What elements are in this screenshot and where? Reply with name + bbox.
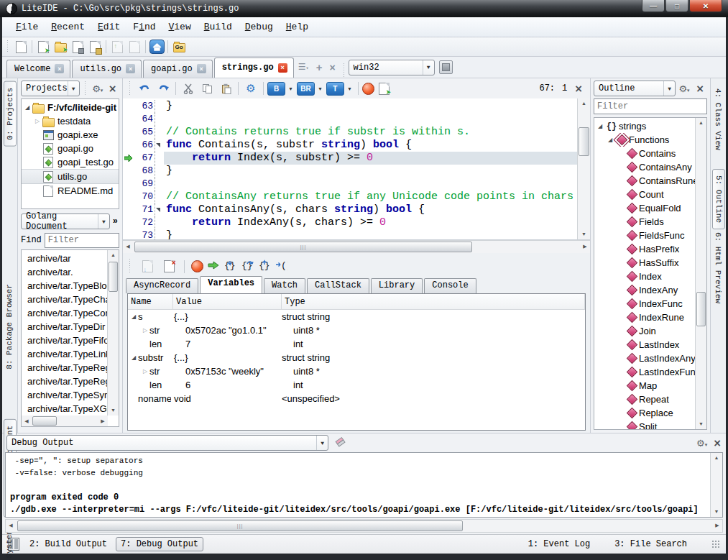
tree-expander-icon[interactable]: ◢ [596, 123, 604, 129]
variable-row[interactable]: ▷str0x57153c "weekly"uint8 * [128, 364, 585, 378]
cut-button[interactable] [180, 81, 197, 96]
scroll-right-icon[interactable]: ▶ [98, 416, 108, 426]
menu-edit[interactable]: Edit [91, 19, 126, 35]
output-close-button[interactable]: × [713, 437, 722, 449]
chevron-down-icon[interactable]: ▼ [288, 86, 293, 91]
editor-hscroll[interactable]: ◀ ▶ ||| [123, 240, 590, 253]
find-filter-input[interactable] [45, 233, 119, 248]
code-area[interactable]: 63}6465// Contains returns true if subst… [123, 98, 577, 239]
file-tree-item[interactable]: goapi.exe [22, 128, 119, 142]
variable-row[interactable]: ▷str0x5702ac "go1.0.1"uint8 * [128, 323, 585, 337]
scroll-up-icon[interactable]: ▲ [696, 118, 706, 128]
tree-expander-icon[interactable]: ◢ [129, 313, 138, 320]
scroll-down-icon[interactable]: ▼ [108, 405, 119, 416]
outline-item[interactable]: Replace [594, 406, 696, 420]
doc-list-item[interactable]: archive/tar.TypeCont [22, 306, 108, 320]
file-tree-item[interactable]: README.md [22, 184, 119, 198]
doc-list-hscroll[interactable]: ◀ ▶ [22, 416, 108, 426]
scroll-thumb[interactable] [696, 292, 706, 326]
doc-list-vscroll[interactable]: ▲ ▼ [107, 250, 119, 416]
outline-item[interactable]: Join [594, 324, 696, 338]
outline-item[interactable]: Repeat [594, 393, 696, 406]
column-header-type[interactable]: Type [282, 294, 585, 309]
outline-settings-button[interactable]: ⚙▾ [677, 81, 691, 96]
save-file-button[interactable] [69, 39, 86, 55]
column-header-value[interactable]: Value [173, 294, 282, 309]
scroll-thumb[interactable] [579, 127, 589, 156]
step-over-button[interactable]: {} [241, 260, 254, 273]
doc-list-item[interactable]: archive/tar.TypeFifo [22, 334, 108, 347]
code-line[interactable]: 66func Contains(s, substr string) bool { [123, 139, 577, 152]
editor-vscroll[interactable]: ▲ ▼ [577, 98, 590, 239]
outline-item[interactable]: Fields [594, 215, 696, 229]
document-tab[interactable]: goapi.go× [143, 60, 213, 78]
scroll-left-icon[interactable]: ◀ [22, 416, 32, 426]
projects-view-select[interactable]: Projects ▼ [21, 81, 80, 96]
outline-item[interactable]: HasPrefix [594, 242, 696, 256]
toolbar-grip[interactable] [129, 259, 132, 273]
code-line[interactable]: 68} [123, 165, 577, 178]
outline-close-button[interactable]: × [693, 81, 707, 96]
outline-item[interactable]: EqualFold [594, 201, 696, 215]
scroll-thumb[interactable] [32, 416, 57, 426]
variable-row[interactable]: ◢s{...}struct string [128, 310, 585, 323]
menu-file[interactable]: File [9, 19, 45, 35]
code-line[interactable]: 63} [123, 100, 577, 113]
outline-item[interactable]: Index [594, 270, 696, 283]
scroll-left-icon[interactable]: ◀ [6, 520, 16, 532]
doc-list-item[interactable]: archive/tar.TypeXGlobalHeader [22, 402, 108, 416]
env-target-select[interactable]: win32 ▼ [349, 60, 435, 75]
status----file-search[interactable]: 3: File Search [610, 538, 691, 551]
minimize-button[interactable]: — [642, 0, 665, 12]
sidebar-tab-6--html-preview[interactable]: 6: Html Preview [712, 226, 724, 309]
tab-close-icon[interactable]: × [197, 64, 206, 73]
tree-expander-icon[interactable]: ▷ [33, 118, 42, 124]
tree-expander-icon[interactable]: ▷ [141, 368, 149, 375]
status----build-output[interactable]: 2: Build Output [25, 538, 111, 551]
doc-list-item[interactable]: archive/tar.TypeReg [22, 361, 108, 375]
step-out-button[interactable]: {} [258, 260, 271, 273]
sidebar-tab-0--projects[interactable]: 0: Projects [4, 81, 17, 147]
outline-item[interactable]: ◢Functions [594, 133, 696, 147]
goto-line-button[interactable]: ➤ [376, 81, 393, 96]
debug-tab-console[interactable]: Console [424, 278, 476, 293]
fold-marker-icon[interactable] [156, 143, 160, 147]
outline-item[interactable]: ◢{}strings [594, 119, 696, 133]
scroll-up-icon[interactable]: ▲ [711, 453, 722, 463]
menu-view[interactable]: View [162, 19, 198, 35]
menu-recent[interactable]: Recent [45, 19, 91, 35]
paste-button[interactable] [217, 81, 234, 96]
scroll-right-icon[interactable]: ▶ [712, 520, 722, 532]
projects-close-button[interactable]: × [106, 81, 119, 96]
doc-list-item[interactable]: archive/tar.TypeRegA [22, 375, 108, 388]
document-tab[interactable]: Welcome× [6, 60, 70, 78]
continue-button[interactable] [208, 260, 219, 273]
undo-button[interactable] [136, 81, 153, 96]
outline-view-select[interactable]: Outline ▼ [594, 81, 676, 96]
file-tree-item[interactable]: ▷testdata [22, 114, 119, 128]
new-tab-button[interactable]: + [316, 61, 323, 73]
doc-list-item[interactable]: archive/tar.TypeLink [22, 347, 108, 361]
file-tree-item[interactable]: utils.go [22, 169, 119, 184]
tab-close-icon[interactable]: × [278, 63, 287, 73]
status----debug-output[interactable]: 7: Debug Output [116, 537, 203, 551]
close-file-button[interactable] [126, 39, 143, 55]
debug-tab-variables[interactable]: Variables [200, 276, 262, 293]
outline-item[interactable]: ContainsRune [594, 174, 696, 188]
scroll-thumb[interactable] [109, 262, 118, 292]
tree-expander-icon[interactable]: ◢ [606, 137, 614, 143]
debug-tab-asyncrecord[interactable]: AsyncRecord [126, 278, 198, 293]
outline-item[interactable]: ContainsAny [594, 160, 696, 174]
outline-vscroll[interactable]: ▲ ▼ [695, 118, 706, 429]
outline-item[interactable]: IndexFunc [594, 297, 696, 311]
toolbar-grip[interactable] [343, 63, 346, 78]
redo-button[interactable] [155, 81, 172, 96]
file-tree-item[interactable]: goapi.go [22, 142, 119, 155]
scroll-down-icon[interactable]: ▼ [696, 419, 706, 429]
run-to-line-button[interactable]: () [275, 260, 288, 273]
code-line[interactable]: 69 [123, 178, 577, 191]
variable-row[interactable]: ◢substr{...}struct string [128, 351, 585, 364]
outline-item[interactable]: IndexAny [594, 283, 696, 297]
reload-file-button[interactable]: ↑ [109, 39, 126, 55]
outline-item[interactable]: IndexRune [594, 311, 696, 324]
